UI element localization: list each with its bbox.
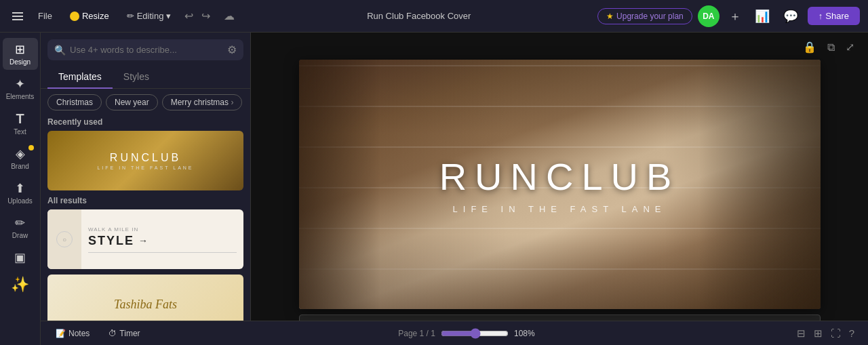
tag-christmas[interactable]: Christmas	[47, 94, 102, 110]
document-title: Run Club Facebook Cover	[367, 11, 471, 21]
brand-icon: ◈	[16, 146, 25, 161]
help-button[interactable]: ?	[846, 325, 857, 342]
recently-used-label: Recently used	[47, 117, 243, 127]
draw-icon: ✏	[15, 216, 25, 230]
sidebar-item-label: Brand	[11, 163, 29, 170]
canvas-subtitle: LIFE IN THE FAST LANE	[453, 204, 667, 214]
sidebar-item-apps[interactable]: ✨	[3, 272, 38, 298]
sidebar-item-draw[interactable]: ✏ Draw	[3, 211, 38, 243]
hamburger-menu[interactable]	[8, 8, 27, 24]
notes-button[interactable]: 📝 Notes	[52, 326, 94, 341]
timer-icon: ⏱	[108, 329, 117, 338]
tag-new-year[interactable]: New year	[106, 94, 158, 110]
main-layout: ⊞ Design ✦ Elements T Text ◈ Brand ⬆ Upl…	[0, 33, 868, 345]
sidebar-item-uploads[interactable]: ⬆ Uploads	[3, 177, 38, 209]
style-circle: ○	[56, 231, 73, 247]
notes-label: Notes	[68, 329, 90, 338]
sidebar-item-text[interactable]: T Text	[3, 107, 38, 140]
share-icon: ↑	[818, 11, 823, 21]
canvas-wrapper[interactable]: RUNCLUB LIFE IN THE FAST LANE	[299, 60, 821, 309]
timer-button[interactable]: ⏱ Timer	[104, 326, 144, 341]
tab-templates[interactable]: Templates	[47, 66, 113, 89]
redo-button[interactable]: ↪	[199, 7, 213, 25]
bottom-center: Page 1 / 1 108%	[155, 328, 783, 339]
lock-button[interactable]: 🔒	[800, 38, 819, 56]
bottom-bar: 📝 Notes ⏱ Timer Page 1 / 1 108% ⊟ ⊞ ⛶ ?	[41, 321, 868, 345]
all-results-label: All results	[47, 196, 243, 205]
expand-button[interactable]: ⤢	[843, 38, 857, 56]
tab-styles[interactable]: Styles	[113, 66, 160, 89]
resize-button[interactable]: Resize	[63, 8, 116, 24]
left-panel: 🔍 ⚙ Templates Styles Christmas New year	[41, 33, 251, 345]
save-cloud-button[interactable]: ☁	[218, 7, 240, 25]
style-arrow: →	[138, 235, 148, 246]
style-small-text: WALK A MILE IN	[88, 226, 138, 232]
thumb-title: RUNCLUB	[110, 152, 181, 164]
notes-icon: 📝	[56, 329, 66, 338]
uploads-icon: ⬆	[15, 181, 25, 196]
filter-icon[interactable]: ⚙	[227, 43, 237, 56]
resize-label: Resize	[82, 11, 109, 21]
search-icon: 🔍	[54, 45, 66, 56]
chevron-down-icon: ▾	[166, 11, 171, 21]
avatar[interactable]: DA	[698, 5, 719, 27]
toolbar-center: Run Club Facebook Cover	[245, 11, 592, 21]
style-title: STYLE	[88, 234, 134, 248]
design-icon: ⊞	[15, 42, 25, 57]
file-menu[interactable]: File	[33, 8, 58, 24]
template-thumbnail-runclub[interactable]: RUNCLUB LIFE IN THE FAST LANE	[47, 131, 243, 190]
add-collaborator-button[interactable]: ＋	[725, 5, 745, 27]
share-label: Share	[825, 11, 849, 21]
canvas-toolbar: 🔒 ⧉ ⤢	[800, 38, 857, 56]
toolbar: File Resize ✏ Editing ▾ ↩ ↪ ☁ Run Club F…	[0, 0, 868, 33]
elements-icon: ✦	[15, 77, 25, 92]
apps-icon: ✨	[11, 276, 29, 293]
page-info: Page 1 / 1	[398, 329, 435, 338]
duplicate-button[interactable]: ⧉	[825, 38, 837, 56]
timer-label: Timer	[119, 329, 140, 338]
file-label: File	[38, 11, 52, 21]
sidebar-item-brand[interactable]: ◈ Brand	[3, 142, 38, 174]
template-thumbnail-style[interactable]: ○ WALK A MILE IN STYLE →	[47, 209, 243, 269]
undo-button[interactable]: ↩	[182, 7, 196, 25]
canvas-title: RUNCLUB	[439, 155, 680, 199]
panel-tabs: Templates Styles	[41, 66, 250, 89]
star-icon: ★	[606, 12, 614, 21]
sidebar-item-label: Uploads	[7, 197, 33, 205]
italic-title: Tashiba Fats	[114, 298, 177, 312]
zoom-slider[interactable]	[441, 328, 509, 339]
grid-view-button[interactable]: ⊟	[794, 325, 808, 342]
bottom-right: ⊟ ⊞ ⛶ ?	[794, 325, 857, 342]
sidebar-item-elements[interactable]: ✦ Elements	[3, 73, 38, 104]
canvas-area: 🔒 ⧉ ⤢ RUNCLUB LIFE IN THE FAST LANE + Ad…	[251, 33, 868, 345]
projects-icon: ▣	[14, 250, 26, 265]
panel-content: Christmas New year Merry christmas › Rec…	[41, 89, 250, 345]
pencil-icon: ✏	[127, 11, 134, 21]
sidebar-item-label: Design	[9, 58, 31, 66]
share-button[interactable]: ↑ Share	[808, 7, 860, 25]
search-input[interactable]	[70, 45, 223, 55]
sidebar-item-label: Draw	[12, 232, 28, 239]
canvas-background: RUNCLUB LIFE IN THE FAST LANE	[299, 60, 821, 309]
fullscreen-button[interactable]: ⛶	[828, 325, 844, 342]
editing-label: Editing	[137, 11, 164, 21]
avatar-initials: DA	[703, 12, 714, 21]
sidebar-icons: ⊞ Design ✦ Elements T Text ◈ Brand ⬆ Upl…	[0, 33, 41, 345]
comments-button[interactable]: 💬	[779, 6, 802, 26]
multi-view-button[interactable]: ⊞	[811, 325, 825, 342]
tags-row: Christmas New year Merry christmas ›	[47, 94, 243, 110]
sidebar-item-design[interactable]: ⊞ Design	[3, 38, 38, 70]
canvas-text-overlay: RUNCLUB LIFE IN THE FAST LANE	[299, 60, 821, 309]
text-icon: T	[16, 111, 24, 127]
editing-button[interactable]: ✏ Editing ▾	[121, 8, 177, 24]
thumb-subtitle: LIFE IN THE FAST LANE	[97, 165, 193, 170]
tag-merry-christmas[interactable]: Merry christmas ›	[162, 94, 243, 110]
sidebar-item-projects[interactable]: ▣	[3, 246, 38, 269]
search-bar: 🔍 ⚙	[47, 39, 243, 60]
resize-icon	[70, 12, 79, 21]
sidebar-item-label: Elements	[6, 93, 35, 100]
upgrade-button[interactable]: ★ Upgrade your plan	[597, 8, 692, 24]
analytics-button[interactable]: 📊	[751, 6, 774, 26]
sidebar-item-label: Text	[14, 128, 26, 136]
brand-notification-badge	[28, 145, 34, 150]
